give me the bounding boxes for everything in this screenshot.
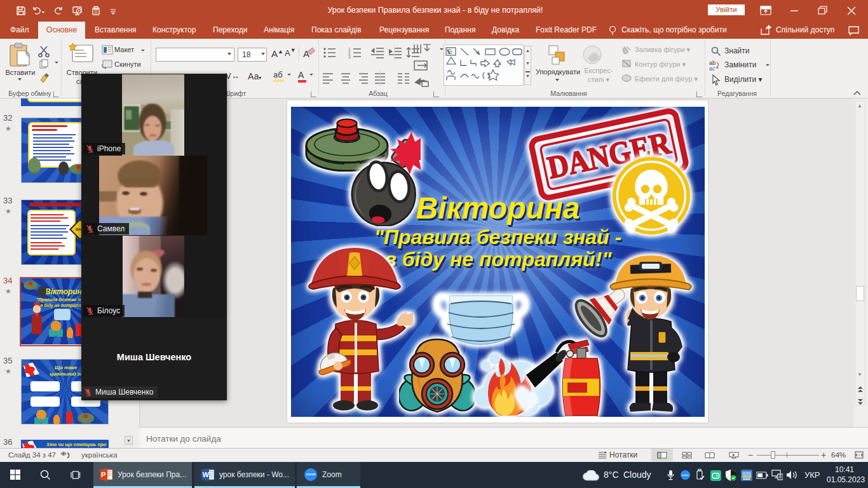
svg-text:3: 3	[348, 55, 351, 59]
svg-text:ac: ac	[709, 65, 715, 71]
svg-text:W: W	[203, 471, 210, 478]
svg-text:P: P	[101, 471, 105, 478]
